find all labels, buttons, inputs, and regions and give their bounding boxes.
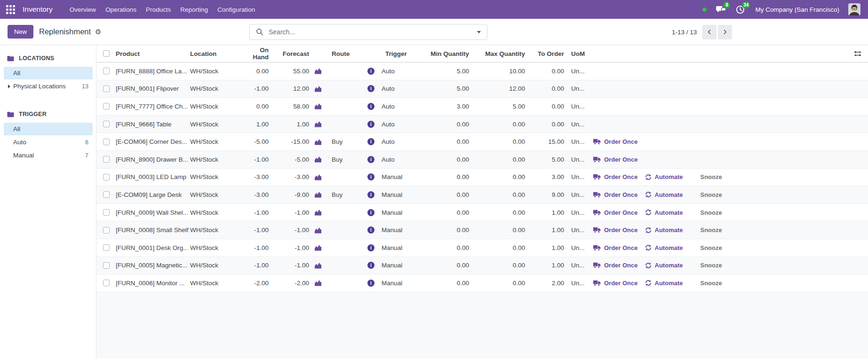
trigger-value[interactable]: Auto xyxy=(382,121,395,128)
column-header-product[interactable]: Product xyxy=(116,50,190,57)
menu-reporting[interactable]: Reporting xyxy=(180,6,208,13)
apps-menu-icon[interactable] xyxy=(6,5,15,14)
new-button[interactable]: New xyxy=(8,25,33,39)
sidebar-filter-manual[interactable]: Manual7 xyxy=(4,149,93,162)
info-circle-icon[interactable]: i xyxy=(367,156,374,163)
info-circle-icon[interactable]: i xyxy=(367,68,374,75)
product-cell[interactable]: [FURN_8900] Drawer B... xyxy=(116,156,190,163)
info-circle-icon[interactable]: i xyxy=(367,262,374,269)
trigger-value[interactable]: Manual xyxy=(382,280,402,287)
trigger-value[interactable]: Auto xyxy=(382,156,395,163)
expand-caret-icon[interactable] xyxy=(8,85,10,88)
forecast-chart-icon[interactable] xyxy=(314,139,322,145)
trigger-value[interactable]: Manual xyxy=(382,191,402,198)
to-order-cell[interactable]: 1.00 xyxy=(525,244,564,251)
table-row[interactable]: [FURN_0006] Monitor ...WH/Stock-2.00-2.0… xyxy=(96,274,868,292)
max-quantity-cell[interactable]: 0.00 xyxy=(469,191,525,198)
location-cell[interactable]: WH/Stock xyxy=(190,85,243,92)
pager-previous-button[interactable] xyxy=(702,25,717,39)
menu-operations[interactable]: Operations xyxy=(105,6,136,13)
app-name[interactable]: Inventory xyxy=(23,5,53,14)
location-cell[interactable]: WH/Stock xyxy=(190,138,243,145)
search-bar[interactable] xyxy=(249,24,487,40)
snooze-button[interactable]: Snooze xyxy=(690,191,722,198)
table-row[interactable]: [FURN_7777] Office Ch...WH/Stock0.0058.0… xyxy=(96,98,868,116)
automate-button[interactable]: Automate xyxy=(645,262,683,269)
automate-button[interactable]: Automate xyxy=(645,191,683,198)
sidebar-filter-all[interactable]: All xyxy=(4,67,93,79)
to-order-cell[interactable]: 0.00 xyxy=(525,103,564,110)
table-row[interactable]: [FURN_0005] Magnetic...WH/Stock-1.00-1.0… xyxy=(96,257,868,275)
to-order-cell[interactable]: 0.00 xyxy=(525,85,564,92)
trigger-value[interactable]: Manual xyxy=(382,262,402,269)
snooze-button[interactable]: Snooze xyxy=(690,244,722,251)
min-quantity-cell[interactable]: 0.00 xyxy=(417,262,469,269)
order-once-button[interactable]: Order Once xyxy=(593,280,638,287)
location-cell[interactable]: WH/Stock xyxy=(190,191,243,198)
order-once-button[interactable]: Order Once xyxy=(593,244,638,251)
min-quantity-cell[interactable]: 0.00 xyxy=(417,121,469,128)
menu-products[interactable]: Products xyxy=(146,6,171,13)
table-row[interactable]: [FURN_9666] TableWH/Stock1.001.00iAuto0.… xyxy=(96,116,868,133)
max-quantity-cell[interactable]: 0.00 xyxy=(469,262,525,269)
max-quantity-cell[interactable]: 0.00 xyxy=(469,156,525,163)
to-order-cell[interactable]: 1.00 xyxy=(525,262,564,269)
location-cell[interactable]: WH/Stock xyxy=(190,280,243,287)
max-quantity-cell[interactable]: 0.00 xyxy=(469,173,525,180)
order-once-button[interactable]: Order Once xyxy=(593,209,638,216)
info-circle-icon[interactable]: i xyxy=(367,138,374,145)
row-checkbox[interactable] xyxy=(103,191,110,198)
max-quantity-cell[interactable]: 12.00 xyxy=(469,85,525,92)
route-cell[interactable]: Buy xyxy=(326,156,367,163)
table-row[interactable]: [E-COM06] Corner Des...WH/Stock-5.00-15.… xyxy=(96,133,868,151)
trigger-value[interactable]: Manual xyxy=(382,244,402,251)
min-quantity-cell[interactable]: 0.00 xyxy=(417,173,469,180)
row-checkbox[interactable] xyxy=(103,86,110,92)
location-cell[interactable]: WH/Stock xyxy=(190,226,243,234)
product-cell[interactable]: [FURN_9666] Table xyxy=(116,121,190,128)
search-dropdown-caret-icon[interactable] xyxy=(477,31,481,33)
location-cell[interactable]: WH/Stock xyxy=(190,173,243,180)
snooze-button[interactable]: Snooze xyxy=(690,280,722,287)
max-quantity-cell[interactable]: 0.00 xyxy=(469,226,525,234)
product-cell[interactable]: [E-COM09] Large Desk xyxy=(116,191,190,198)
min-quantity-cell[interactable]: 0.00 xyxy=(417,209,469,216)
product-cell[interactable]: [FURN_0006] Monitor ... xyxy=(116,280,190,287)
order-once-button[interactable]: Order Once xyxy=(593,226,638,234)
column-header-route[interactable]: Route xyxy=(326,50,367,57)
route-cell[interactable]: Buy xyxy=(326,191,367,198)
forecast-chart-icon[interactable] xyxy=(314,209,322,216)
automate-button[interactable]: Automate xyxy=(645,209,683,216)
max-quantity-cell[interactable]: 0.00 xyxy=(469,280,525,287)
row-checkbox[interactable] xyxy=(103,209,110,216)
column-header-on-hand[interactable]: On Hand xyxy=(243,47,269,61)
forecast-chart-icon[interactable] xyxy=(314,156,322,163)
to-order-cell[interactable]: 5.00 xyxy=(525,156,564,163)
row-checkbox[interactable] xyxy=(103,121,110,127)
row-checkbox[interactable] xyxy=(103,262,110,269)
sidebar-filter-physical-locations[interactable]: Physical Locations13 xyxy=(4,80,93,93)
order-once-button[interactable]: Order Once xyxy=(593,138,638,145)
product-cell[interactable]: [FURN_7777] Office Ch... xyxy=(116,103,190,110)
location-cell[interactable]: WH/Stock xyxy=(190,68,243,75)
to-order-cell[interactable]: 0.00 xyxy=(525,121,564,128)
optional-columns-icon[interactable] xyxy=(847,50,868,57)
location-cell[interactable]: WH/Stock xyxy=(190,121,243,128)
menu-configuration[interactable]: Configuration xyxy=(217,6,255,13)
info-circle-icon[interactable]: i xyxy=(367,209,374,216)
column-header-min-quantity[interactable]: Min Quantity xyxy=(417,50,469,57)
info-circle-icon[interactable]: i xyxy=(367,103,374,110)
user-avatar[interactable] xyxy=(848,3,860,16)
row-checkbox[interactable] xyxy=(103,174,110,180)
forecast-chart-icon[interactable] xyxy=(314,174,322,180)
to-order-cell[interactable]: 1.00 xyxy=(525,209,564,216)
forecast-chart-icon[interactable] xyxy=(314,68,322,74)
product-cell[interactable]: [FURN_0005] Magnetic... xyxy=(116,262,190,269)
forecast-chart-icon[interactable] xyxy=(314,262,322,269)
trigger-value[interactable]: Auto xyxy=(382,85,395,92)
product-cell[interactable]: [FURN_0009] Wall Shel... xyxy=(116,209,190,216)
company-switcher[interactable]: My Company (San Francisco) xyxy=(755,6,839,13)
location-cell[interactable]: WH/Stock xyxy=(190,262,243,269)
select-all-checkbox[interactable] xyxy=(103,50,110,57)
info-circle-icon[interactable]: i xyxy=(367,85,374,92)
